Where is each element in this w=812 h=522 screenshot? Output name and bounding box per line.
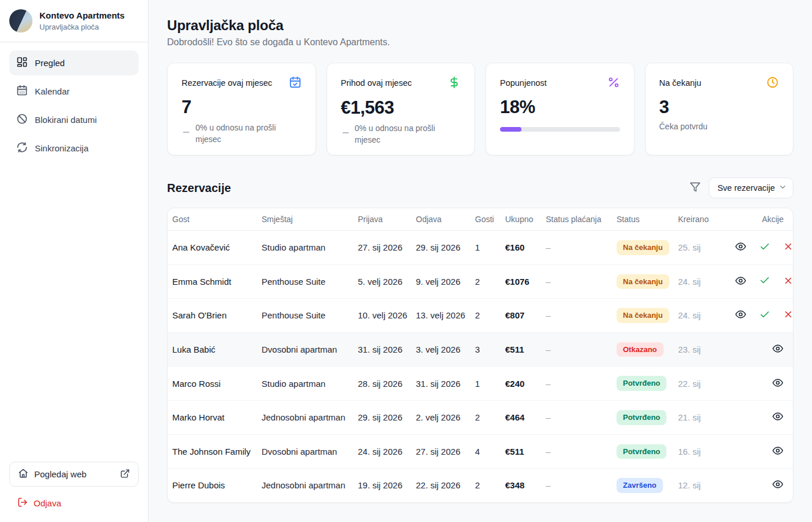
status-badge: Završeno <box>617 478 663 493</box>
calendar-check-icon <box>289 76 302 91</box>
occupancy-progress <box>500 127 620 132</box>
view-reservation-button[interactable] <box>772 377 784 390</box>
guest-count: 4 <box>470 434 501 469</box>
reservations-table-card: Gost Smještaj Prijava Odjava Gosti Ukupn… <box>167 208 793 503</box>
stat-subtext: 0% u odnosu na prošli mjesec <box>355 123 461 146</box>
actions-cell <box>730 400 793 434</box>
x-icon <box>783 241 793 253</box>
payment-status: – <box>541 231 612 265</box>
view-web-label: Pogledaj web <box>34 469 114 479</box>
calendar-icon <box>16 85 28 98</box>
table-row[interactable]: Emma Schmidt Penthouse Suite 5. velj 202… <box>168 264 793 299</box>
created-date: 16. sij <box>673 434 730 469</box>
brand-text: Kontevo Apartments Upravljačka ploča <box>39 10 125 31</box>
total-amount: €807 <box>501 299 541 333</box>
checkout-date: 31. sij 2026 <box>411 367 470 401</box>
status-cell: Završeno <box>612 469 673 502</box>
sidebar-item-kalendar[interactable]: Kalendar <box>9 79 139 104</box>
reject-reservation-button[interactable] <box>783 276 793 288</box>
table-row[interactable]: Pierre Dubois Jednosobni apartman 19. si… <box>168 469 793 502</box>
eye-icon <box>735 309 746 322</box>
view-reservation-button[interactable] <box>772 411 784 424</box>
eye-icon <box>772 478 784 492</box>
checkout-date: 3. velj 2026 <box>411 332 470 367</box>
payment-status: – <box>541 400 612 434</box>
stat-subtext: Čeka potvrdu <box>659 121 708 133</box>
col-prijava: Prijava <box>353 208 411 231</box>
page-subtitle: Dobrodošli! Evo što se događa u Kontevo … <box>167 37 793 48</box>
view-reservation-button[interactable] <box>735 275 746 288</box>
sidebar-item-blokirani-datumi[interactable]: Blokirani datumi <box>9 107 139 132</box>
view-reservation-button[interactable] <box>735 241 746 254</box>
approve-reservation-button[interactable] <box>759 275 770 288</box>
eye-icon <box>772 377 784 390</box>
stat-value: 7 <box>182 97 302 118</box>
view-web-button[interactable]: Pogledaj web <box>9 462 139 487</box>
view-reservation-button[interactable] <box>772 343 784 356</box>
page-title: Upravljačka ploča <box>167 17 793 34</box>
table-row[interactable]: Ana Kovačević Studio apartman 27. sij 20… <box>168 231 793 265</box>
table-row[interactable]: Marco Rossi Studio apartman 28. sij 2026… <box>168 367 793 401</box>
stat-label: Popunjenost <box>500 76 547 88</box>
view-reservation-button[interactable] <box>735 309 746 322</box>
sidebar-item-label: Sinkronizacija <box>35 143 89 153</box>
status-cell: Potvrđeno <box>612 367 673 401</box>
approve-reservation-button[interactable] <box>759 241 770 254</box>
stat-card-revenue: Prihod ovaj mjesec €1,563 0% u odnosu na… <box>327 63 476 155</box>
unit-name: Dvosobni apartman <box>257 434 353 469</box>
minus-icon <box>341 128 350 141</box>
sidebar-item-sinkronizacija[interactable]: Sinkronizacija <box>9 136 139 161</box>
table-row[interactable]: Sarah O'Brien Penthouse Suite 10. velj 2… <box>168 299 793 333</box>
unit-name: Studio apartman <box>257 231 353 265</box>
actions-cell <box>730 264 793 299</box>
sidebar: Kontevo Apartments Upravljačka ploča Pre… <box>0 0 148 522</box>
payment-status: – <box>541 434 612 469</box>
guest-name: Pierre Dubois <box>168 469 257 502</box>
brand-name: Kontevo Apartments <box>39 10 125 21</box>
clock-icon <box>766 76 779 91</box>
guest-name: Sarah O'Brien <box>168 299 257 333</box>
reservations-title: Rezervacije <box>167 182 231 195</box>
check-icon <box>759 241 770 254</box>
created-date: 24. sij <box>673 299 730 333</box>
col-gosti: Gosti <box>470 208 501 231</box>
checkin-date: 31. sij 2026 <box>353 332 411 367</box>
sidebar-item-label: Kalendar <box>35 86 70 96</box>
unit-name: Penthouse Suite <box>257 299 353 333</box>
eye-icon <box>735 275 746 288</box>
table-row[interactable]: The Johnson Family Dvosobni apartman 24.… <box>168 434 793 469</box>
view-reservation-button[interactable] <box>772 478 784 492</box>
status-badge: Potvrđeno <box>617 444 666 459</box>
reject-reservation-button[interactable] <box>783 309 793 321</box>
status-cell: Potvrđeno <box>612 434 673 469</box>
reject-reservation-button[interactable] <box>783 241 793 253</box>
actions-cell <box>730 434 793 469</box>
stat-label: Rezervacije ovaj mjesec <box>182 76 272 88</box>
filter-icon[interactable] <box>690 182 701 195</box>
guest-count: 3 <box>470 332 501 367</box>
col-gost: Gost <box>168 208 257 231</box>
actions-cell <box>730 367 793 401</box>
sidebar-item-pregled[interactable]: Pregled <box>9 50 139 75</box>
x-icon <box>783 276 793 288</box>
table-row[interactable]: Luka Babić Dvosobni apartman 31. sij 202… <box>168 332 793 367</box>
reservation-filter-select[interactable]: Sve rezervacije <box>709 177 793 198</box>
unit-name: Dvosobni apartman <box>257 332 353 367</box>
view-reservation-button[interactable] <box>772 445 784 458</box>
approve-reservation-button[interactable] <box>759 309 770 322</box>
dollar-icon <box>448 76 461 92</box>
guest-name: Marco Rossi <box>168 367 257 401</box>
brand-subtitle: Upravljačka ploča <box>39 23 125 31</box>
logout-button[interactable]: Odjava <box>17 497 61 509</box>
sync-icon <box>16 142 28 155</box>
status-cell: Na čekanju <box>612 231 673 265</box>
status-badge: Potvrđeno <box>617 410 666 425</box>
x-icon <box>783 309 793 321</box>
chevron-down-icon <box>778 183 787 193</box>
checkout-date: 27. sij 2026 <box>411 434 470 469</box>
brand-avatar <box>9 9 32 32</box>
table-row[interactable]: Marko Horvat Jednosobni apartman 29. sij… <box>168 400 793 434</box>
app-root: Kontevo Apartments Upravljačka ploča Pre… <box>0 0 812 522</box>
stat-label: Na čekanju <box>659 76 702 88</box>
unit-name: Jednosobni apartman <box>257 469 353 502</box>
